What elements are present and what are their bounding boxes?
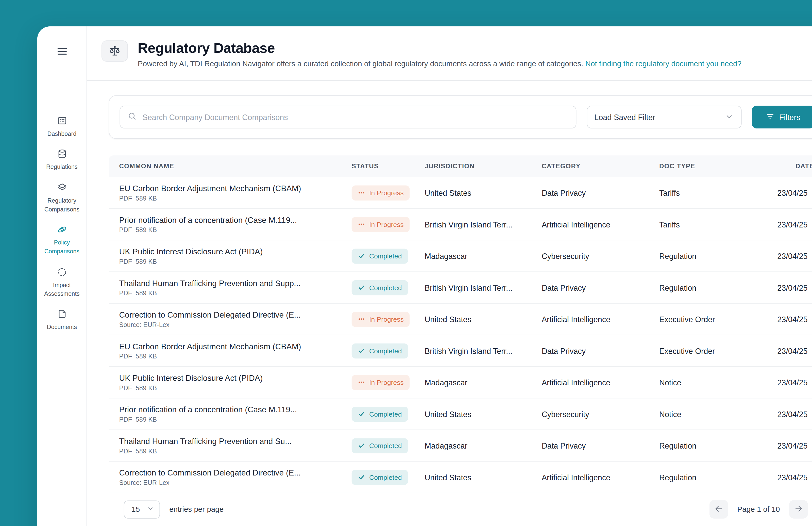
page-size-value: 15 xyxy=(131,505,140,514)
table-row[interactable]: Correction to Commission Delegated Direc… xyxy=(109,461,812,493)
sidebar-item-regulations[interactable]: Regulations xyxy=(37,149,87,172)
dashboard-icon xyxy=(57,115,67,126)
sidebar-item-documents[interactable]: Documents xyxy=(37,309,87,331)
policy-comparisons-icon xyxy=(57,224,67,235)
table-row[interactable]: Prior notification of a concentration (C… xyxy=(109,398,812,430)
sidebar-item-dashboard[interactable]: Dashboard xyxy=(37,115,87,138)
doc-type-cell: Executive Order xyxy=(649,346,767,355)
table-row[interactable]: UK Public Interest Disclosure Act (PIDA)… xyxy=(109,240,812,272)
table-header-row: COMMON NAME STATUS JURISDICTION CATEGORY… xyxy=(109,155,812,177)
sidebar-item-label: Documents xyxy=(47,323,77,331)
page-header: Regulatory Database Powered by AI, TDI R… xyxy=(87,26,812,81)
jurisdiction-cell: United States xyxy=(415,315,531,324)
check-icon xyxy=(358,284,365,291)
date-cell: 23/04/25 xyxy=(767,410,812,418)
column-header-date[interactable]: DATE xyxy=(767,163,812,170)
name-cell: EU Carbon Border Adjustment Mechanism (C… xyxy=(109,342,341,360)
request-document-link[interactable]: Not finding the regulatory document you … xyxy=(585,60,741,68)
status-badge: Completed xyxy=(352,280,408,295)
jurisdiction-cell: Madagascar xyxy=(415,378,531,387)
sidebar-item-label: Impact Assessments xyxy=(39,281,85,298)
status-label: Completed xyxy=(369,252,402,260)
documents-icon xyxy=(57,309,67,319)
name-cell: Thailand Human Trafficking Prevention an… xyxy=(109,279,341,297)
name-cell: Prior notification of a concentration (C… xyxy=(109,405,341,423)
document-meta: PDF 589 KB xyxy=(119,447,341,455)
sidebar-item-regulatory-comparisons[interactable]: Regulatory Comparisons xyxy=(37,182,87,214)
document-meta: PDF 589 KB xyxy=(119,226,341,233)
column-header-jurisdiction[interactable]: JURISDICTION xyxy=(415,163,531,170)
status-cell: In Progress xyxy=(341,312,415,327)
status-badge: Completed xyxy=(352,438,408,453)
sidebar-item-label: Regulatory Comparisons xyxy=(39,196,85,214)
document-name: EU Carbon Border Adjustment Mechanism (C… xyxy=(119,184,341,193)
table-body: EU Carbon Border Adjustment Mechanism (C… xyxy=(109,177,812,493)
subtitle-text: Powered by AI, TDI Regulation Navigator … xyxy=(138,60,583,68)
category-cell: Data Privacy xyxy=(531,283,649,292)
status-badge: In Progress xyxy=(352,375,410,390)
category-cell: Cybersecurity xyxy=(531,410,649,418)
doc-type-cell: Notice xyxy=(649,410,767,418)
status-cell: Completed xyxy=(341,438,415,453)
filters-button[interactable]: Filters xyxy=(752,105,812,128)
page-indicator: Page 1 of 10 xyxy=(737,505,780,514)
table-row[interactable]: Correction to Commission Delegated Direc… xyxy=(109,303,812,335)
date-cell: 23/04/25 xyxy=(767,252,812,260)
status-badge: In Progress xyxy=(352,217,410,232)
status-cell: In Progress xyxy=(341,375,415,390)
regulatory-comparisons-icon xyxy=(57,182,67,193)
sidebar-item-policy-comparisons[interactable]: Policy Comparisons xyxy=(37,224,87,256)
document-meta: Source: EUR-Lex xyxy=(119,479,341,486)
status-label: Completed xyxy=(369,410,402,418)
sidebar-item-label: Dashboard xyxy=(47,129,76,138)
column-header-category[interactable]: CATEGORY xyxy=(531,163,649,170)
doc-type-cell: Notice xyxy=(649,378,767,387)
sidebar: Dashboard Regulations Regulatory Compari… xyxy=(37,26,87,526)
page-size-select[interactable]: 15 xyxy=(124,500,160,518)
table-row[interactable]: Prior notification of a concentration (C… xyxy=(109,209,812,240)
screen: Dashboard Regulations Regulatory Compari… xyxy=(0,0,812,526)
document-name: Prior notification of a concentration (C… xyxy=(119,405,341,414)
column-header-status[interactable]: STATUS xyxy=(341,163,415,170)
hamburger-menu-button[interactable] xyxy=(55,45,69,58)
date-cell: 23/04/25 xyxy=(767,188,812,197)
prev-page-button[interactable] xyxy=(709,500,728,518)
jurisdiction-cell: United States xyxy=(415,188,531,197)
status-badge: Completed xyxy=(352,470,408,485)
status-badge: Completed xyxy=(352,343,408,358)
document-meta: PDF 589 KB xyxy=(119,289,341,297)
check-icon xyxy=(358,442,365,449)
column-header-doc-type[interactable]: DOC TYPE xyxy=(649,163,767,170)
category-cell: Data Privacy xyxy=(531,346,649,355)
table-row[interactable]: Thailand Human Trafficking Prevention an… xyxy=(109,272,812,303)
search-input[interactable] xyxy=(142,113,568,122)
table-row[interactable]: Thailand Human Trafficking Prevention an… xyxy=(109,430,812,461)
check-icon xyxy=(358,347,365,354)
column-header-common-name[interactable]: COMMON NAME xyxy=(109,163,341,170)
category-cell: Data Privacy xyxy=(531,441,649,450)
status-label: In Progress xyxy=(369,379,404,386)
table-row[interactable]: UK Public Interest Disclosure Act (PIDA)… xyxy=(109,367,812,398)
document-meta: Source: EUR-Lex xyxy=(119,321,341,328)
status-label: Completed xyxy=(369,284,402,292)
load-saved-filter-select[interactable]: Load Saved Filter xyxy=(587,105,742,128)
ellipsis-icon xyxy=(358,379,365,386)
status-label: In Progress xyxy=(369,189,404,197)
date-cell: 23/04/25 xyxy=(767,315,812,324)
load-saved-filter-label: Load Saved Filter xyxy=(594,113,655,122)
category-cell: Artificial Intelligence xyxy=(531,315,649,324)
next-page-button[interactable] xyxy=(789,500,808,518)
hamburger-menu-icon xyxy=(55,45,69,58)
sidebar-item-impact-assessments[interactable]: Impact Assessments xyxy=(37,267,87,299)
filters-button-label: Filters xyxy=(779,113,800,122)
status-cell: Completed xyxy=(341,343,415,358)
document-name: Correction to Commission Delegated Direc… xyxy=(119,468,341,478)
table-row[interactable]: EU Carbon Border Adjustment Mechanism (C… xyxy=(109,335,812,367)
document-name: EU Carbon Border Adjustment Mechanism (C… xyxy=(119,342,341,351)
entries-per-page-label: entries per page xyxy=(169,505,223,514)
name-cell: Thailand Human Trafficking Prevention an… xyxy=(109,436,341,454)
check-icon xyxy=(358,252,365,260)
table-row[interactable]: EU Carbon Border Adjustment Mechanism (C… xyxy=(109,177,812,209)
content: Load Saved Filter Filters COMMO xyxy=(87,81,812,526)
status-cell: Completed xyxy=(341,470,415,485)
